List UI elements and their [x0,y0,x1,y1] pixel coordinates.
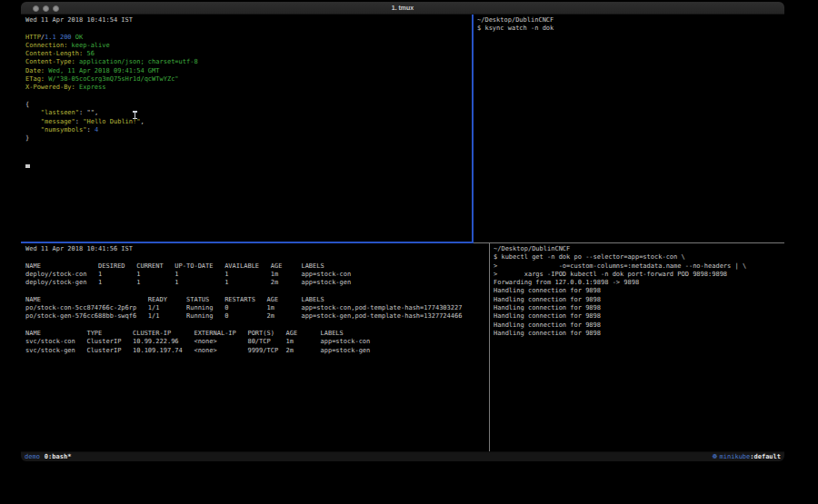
terminal-line: Forwarding from 127.0.0.1:9898 -> 9898 [494,279,784,287]
terminal-text-segment: : [75,118,83,125]
terminal-text-segment: ETag: [25,75,45,83]
terminal-line: Connection: keep-alive [25,42,472,50]
terminal-line: Date: Wed, 11 Apr 2018 09:41:54 GMT [25,67,472,75]
terminal-line [25,160,472,168]
terminal-text-segment: W/"38-05coCsrg3mQ75sHr1d/qcWTwYZc" [45,75,179,83]
terminal-line: NAME READY STATUS RESTARTS AGE LABELS [25,296,489,304]
terminal-text-segment: Handling connection for 9898 [494,321,601,329]
terminal-text-segment: } [25,134,29,142]
terminal-block-cursor [25,161,30,168]
tmux-status-bar: demo 0:bash* ☸ minikube :default [21,451,784,461]
terminal-text-segment: "" [86,109,94,116]
terminal-line: Handling connection for 9898 [494,312,784,321]
terminal-text-segment: po/stock-con-5cc874766c-2p6rp 1/1 Runnin… [25,304,462,311]
terminal-text-segment: "Hello Dublin!" [83,118,140,125]
terminal-line: Handling connection for 9898 [494,330,784,338]
terminal-text-segment: Express [75,84,106,91]
terminal-text-segment: HTTP [25,34,41,41]
terminal-text-segment: NAME DESIRED CURRENT UP-TO-DATE AVAILABL… [25,262,324,270]
terminal-line: } [25,134,472,143]
terminal-text-segment: > -o=custom-columns=:metadata.name --no-… [494,262,746,270]
terminal-text-segment: "lastseen" [41,109,79,116]
terminal-text-segment: NAME READY STATUS RESTARTS AGE LABELS [25,296,324,303]
terminal-line: "numsymbols": 4 [25,126,472,134]
terminal-text-segment: 4 [95,126,98,133]
terminal-text-segment: 56 [83,50,95,57]
terminal-text-segment: Wed 11 Apr 2018 10:41:56 IST [25,245,133,252]
pane-port-forward[interactable]: ~/Desktop/DublinCNCF$ kubectl get -n dok… [490,243,784,451]
terminal-text-segment: $ kubectl get -n dok po --selector=app=s… [494,253,685,261]
status-bar-left: demo 0:bash* [25,452,71,462]
terminal-line: $ ksync watch -n dok [477,25,784,33]
terminal-text-segment: ~/Desktop/DublinCNCF [494,245,570,252]
pane-kubectl-get[interactable]: Wed 11 Apr 2018 10:41:56 ISTNAME DESIRED… [21,243,489,451]
terminal-line [25,93,472,101]
terminal-text-segment [25,126,41,133]
terminal-text-segment: Wed, 11 Apr 2018 09:41:54 GMT [45,67,159,74]
terminal-text-segment: Handling connection for 9898 [494,304,601,311]
terminal-line: { [25,101,472,109]
mouse-text-cursor-cap-bottom [133,118,137,120]
terminal-line: Handling connection for 9898 [494,321,784,330]
terminal-line: Content-Type: application/json; charset=… [25,58,472,66]
terminal-text-segment: NAME TYPE CLUSTER-IP EXTERNAL-IP PORT(S)… [25,330,344,337]
pane-ksync-watch[interactable]: ~/Desktop/DublinCNCF$ ksync watch -n dok [474,15,784,242]
terminal-line [25,152,472,160]
terminal-line: HTTP/1.1 200 OK [25,34,472,42]
window-titlebar[interactable]: 1. tmux [21,2,784,15]
terminal-line: po/stock-gen-576cc688bb-swqf6 1/1 Runnin… [25,312,489,321]
terminal-text-segment: Handling connection for 9898 [494,312,601,320]
traffic-lights [33,5,59,12]
terminal-line [25,355,489,363]
terminal-line: svc/stock-con ClusterIP 10.99.222.96 <no… [25,338,489,346]
terminal-text-segment: X-Powered-By: [25,84,75,91]
terminal-text-segment: , [95,109,98,116]
pane-http-response[interactable]: Wed 11 Apr 2018 10:41:54 ISTHTTP/1.1 200… [21,15,472,242]
terminal-text-segment: deploy/stock-con 1 1 1 1 1m app=stock-co… [25,271,351,278]
terminal-text-segment: keep-alive [67,42,109,49]
terminal-text-segment: svc/stock-con ClusterIP 10.99.222.96 <no… [25,338,370,345]
close-button[interactable] [33,5,39,12]
terminal-text-segment: Handling connection for 9898 [494,296,601,303]
terminal-text-segment: "message" [41,118,75,125]
terminal-window: 1. tmux Wed 11 Apr 2018 10:41:54 ISTHTTP… [21,2,784,461]
terminal-text-segment: Wed 11 Apr 2018 10:41:54 IST [25,16,133,24]
terminal-line: deploy/stock-con 1 1 1 1 1m app=stock-co… [25,271,489,279]
terminal-line: deploy/stock-gen 1 1 1 1 2m app=stock-ge… [25,279,489,287]
terminal-text-segment [25,118,41,125]
terminal-line [25,321,489,330]
kube-context-label: minikube [720,452,751,462]
terminal-line: Handling connection for 9898 [494,287,784,295]
terminal-text-segment: Content-Type: [25,58,75,65]
kube-namespace-label: :default [750,452,781,462]
terminal-line: Content-Length: 56 [25,50,472,58]
terminal-line: > -o=custom-columns=:metadata.name --no-… [494,262,784,271]
terminal-line: NAME TYPE CLUSTER-IP EXTERNAL-IP PORT(S)… [25,330,489,338]
terminal-text-segment: $ ksync watch -n dok [477,25,554,32]
terminal-text-segment: svc/stock-gen ClusterIP 10.109.197.74 <n… [25,347,370,354]
terminal-line: "message": "Hello Dublin!", [25,118,472,126]
terminal-text-segment: deploy/stock-gen 1 1 1 1 2m app=stock-ge… [25,279,351,286]
terminal-line [25,253,489,262]
terminal-line: po/stock-con-5cc874766c-2p6rp 1/1 Runnin… [25,304,489,312]
terminal-line: Handling connection for 9898 [494,304,784,312]
terminal-text-segment: { [25,101,29,108]
terminal-line: ETag: W/"38-05coCsrg3mQ75sHr1d/qcWTwYZc" [25,75,472,84]
terminal-line [25,287,489,295]
terminal-text-segment: Connection: [25,42,67,49]
active-window-label[interactable]: 0:bash* [45,452,72,462]
terminal-text-segment: 1.1 200 [45,34,72,41]
terminal-text-segment: ~/Desktop/DublinCNCF [477,16,554,24]
terminal-text-segment: application/json; charset=utf-8 [75,58,198,65]
minimize-button[interactable] [43,5,49,12]
terminal-text-segment: OK [75,34,83,41]
zoom-button[interactable] [53,5,59,12]
terminal-line: > xargs -IPOD kubectl -n dok port-forwar… [494,271,784,279]
terminal-line: "lastseen": "", [25,109,472,117]
terminal-text-segment: : [86,126,94,133]
tmux-session-area: Wed 11 Apr 2018 10:41:54 ISTHTTP/1.1 200… [21,15,784,451]
terminal-line: ~/Desktop/DublinCNCF [477,16,784,25]
terminal-text-segment: "numsymbols" [41,126,87,133]
terminal-line: $ kubectl get -n dok po --selector=app=s… [494,253,784,262]
kubernetes-helm-icon: ☸ [712,452,717,462]
